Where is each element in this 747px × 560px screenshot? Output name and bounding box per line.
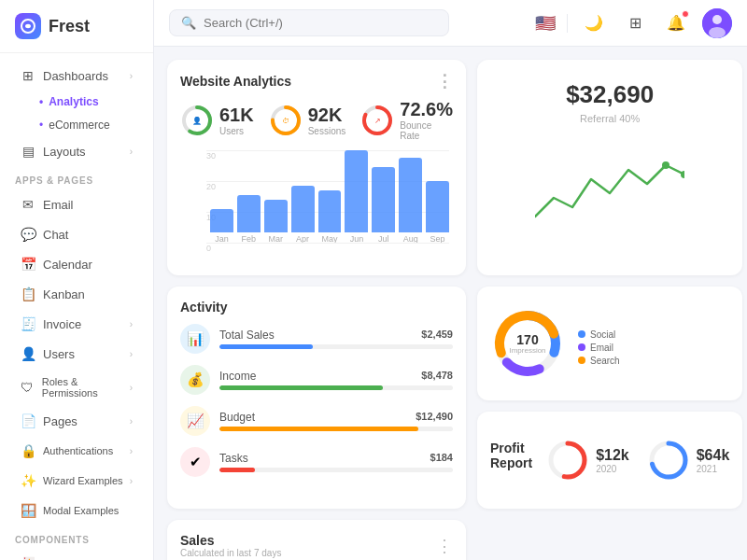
sidebar-label-dashboards: Dashboards [43, 69, 108, 83]
sidebar-item-cards[interactable]: 🃏 Cards › [6, 550, 148, 560]
sidebar-label-layouts: Layouts [43, 145, 86, 159]
sidebar-item-ecommerce[interactable]: eCommerce [6, 114, 148, 136]
header: 🔍 🇺🇸 🌙 ⊞ 🔔 [154, 0, 747, 47]
sidebar: Frest ⊞ Dashboards › Analytics eCommerce… [0, 0, 154, 560]
wizard-icon: ✨ [21, 473, 35, 488]
sales-card: Sales Calculated in last 7 days ⋮ [167, 520, 466, 560]
roles-icon: 🛡 [21, 380, 35, 395]
metric-users-value: 61K [219, 105, 254, 126]
activity-icon-budget: 📈 [180, 406, 210, 436]
activity-name-budget: Budget $12,490 [219, 411, 453, 424]
legend-dot-search [578, 357, 585, 364]
sidebar-item-roles[interactable]: 🛡 Roles & Permissions › [6, 370, 148, 405]
profit-item-2020: $12k 2020 [547, 440, 629, 481]
activity-title: Activity [180, 300, 453, 315]
legend-dot-email [578, 343, 585, 351]
legend-dot-social [578, 330, 585, 338]
sidebar-item-modal[interactable]: 🪟 Modal Examples [6, 497, 148, 525]
metric-users: 👤 61K Users [180, 99, 254, 141]
moon-icon-btn[interactable]: 🌙 [579, 8, 609, 38]
sidebar-item-calendar[interactable]: 📅 Calendar [6, 250, 148, 278]
bar-jun: Jun [345, 150, 368, 244]
sidebar-label-analytics: Analytics [49, 95, 98, 108]
activity-info-tasks: Tasks $184 [219, 452, 453, 472]
legend-label-email: Email [590, 343, 613, 353]
bell-icon-btn[interactable]: 🔔 [661, 8, 691, 38]
sidebar-item-layouts[interactable]: ▤ Layouts › [6, 137, 148, 165]
referral-wave-chart [535, 151, 684, 235]
metrics-row: 👤 61K Users ⏱ 92K Sessions [180, 99, 453, 141]
legend-label-search: Search [590, 356, 620, 366]
progress-sales [219, 344, 453, 349]
dashboard-icon: ⊞ [21, 68, 35, 83]
content-grid: Website Analytics ⋮ 👤 61K Users [154, 47, 747, 560]
sales-menu-btn[interactable]: ⋮ [436, 538, 453, 554]
layouts-icon: ▤ [21, 144, 35, 159]
progress-budget [219, 427, 453, 431]
sidebar-label-modal: Modal Examples [43, 505, 119, 516]
search-input[interactable] [204, 16, 437, 30]
activity-info-sales: Total Sales $2,459 [219, 329, 453, 349]
flag-icon[interactable]: 🇺🇸 [535, 13, 556, 34]
progress-fill-sales [219, 344, 313, 349]
sidebar-label-kanban: Kanban [43, 287, 85, 301]
svg-point-10 [662, 161, 669, 169]
sidebar-label-ecommerce: eCommerce [49, 119, 109, 132]
impression-donut: 170 Impression [490, 306, 565, 381]
profit-info-2020: $12k 2020 [596, 447, 629, 474]
analytics-menu-btn[interactable]: ⋮ [436, 73, 453, 90]
sidebar-label-pages: Pages [43, 414, 78, 428]
search-bar[interactable]: 🔍 [169, 9, 449, 36]
sidebar-item-users[interactable]: 👤 Users › [6, 340, 148, 368]
sales-title: Sales [180, 533, 281, 548]
grid-icon-btn[interactable]: ⊞ [620, 8, 650, 38]
impression-legend: Social Email Search [578, 329, 620, 366]
svg-point-2 [712, 15, 722, 24]
metric-bounce: ↗ 72.6% Bounce Rate [360, 99, 453, 141]
sidebar-item-kanban[interactable]: 📋 Kanban [6, 280, 148, 308]
sidebar-label-invoice: Invoice [43, 317, 81, 331]
metric-bounce-value: 72.6% [400, 99, 453, 120]
progress-income [219, 385, 453, 390]
profit-year-2020: 2020 [596, 464, 629, 474]
referral-card: $32,690 Referral 40% [477, 60, 742, 275]
activity-info-budget: Budget $12,490 [219, 411, 453, 431]
sidebar-logo: Frest [0, 0, 153, 53]
profit-report-card: Profit Report $12k 2020 [477, 412, 742, 509]
legend-item-email: Email [578, 343, 620, 353]
metric-sessions-value: 92K [308, 105, 346, 126]
search-icon: 🔍 [181, 16, 196, 30]
chevron-icon-pages: › [130, 416, 133, 427]
avatar[interactable] [702, 8, 732, 38]
sidebar-item-wizard[interactable]: ✨ Wizard Examples › [6, 467, 148, 495]
sidebar-item-pages[interactable]: 📄 Pages › [6, 407, 148, 435]
sales-subtitle: Calculated in last 7 days [180, 548, 281, 558]
progress-fill-tasks [219, 468, 255, 472]
website-analytics-card: Website Analytics ⋮ 👤 61K Users [167, 60, 466, 275]
chevron-icon-wizard: › [130, 476, 133, 486]
sidebar-label-email: Email [43, 198, 74, 212]
users-icon: 👤 [21, 346, 35, 361]
sidebar-item-chat[interactable]: 💬 Chat [6, 220, 148, 248]
profit-items: $12k 2020 $64k 2021 [547, 440, 729, 481]
sidebar-item-invoice[interactable]: 🧾 Invoice › [6, 310, 148, 338]
kanban-icon: 📋 [21, 287, 35, 301]
chevron-icon-auth: › [130, 446, 133, 456]
progress-tasks [219, 468, 453, 472]
profit-title: Profit Report [490, 441, 532, 470]
sidebar-item-analytics[interactable]: Analytics [6, 91, 148, 113]
analytics-title: Website Analytics ⋮ [180, 73, 453, 90]
sidebar-item-email[interactable]: ✉ Email [6, 190, 148, 218]
sidebar-item-auth[interactable]: 🔒 Authentications › [6, 437, 148, 465]
activity-item-income: 💰 Income $8,478 [180, 365, 453, 395]
header-divider [567, 14, 568, 33]
sidebar-item-dashboards[interactable]: ⊞ Dashboards › [6, 62, 148, 90]
sidebar-label-users: Users [43, 347, 75, 361]
main-area: 🔍 🇺🇸 🌙 ⊞ 🔔 Website Analytics ⋮ [154, 0, 747, 560]
activity-amount-income: $8,478 [421, 370, 453, 383]
activity-item-sales: 📊 Total Sales $2,459 [180, 324, 453, 354]
sales-header: Sales Calculated in last 7 days ⋮ [180, 533, 453, 558]
activity-card: Activity 📊 Total Sales $2,459 💰 [167, 287, 466, 509]
chevron-icon-layouts: › [130, 147, 133, 157]
profit-amount-2020: $12k [596, 447, 629, 464]
